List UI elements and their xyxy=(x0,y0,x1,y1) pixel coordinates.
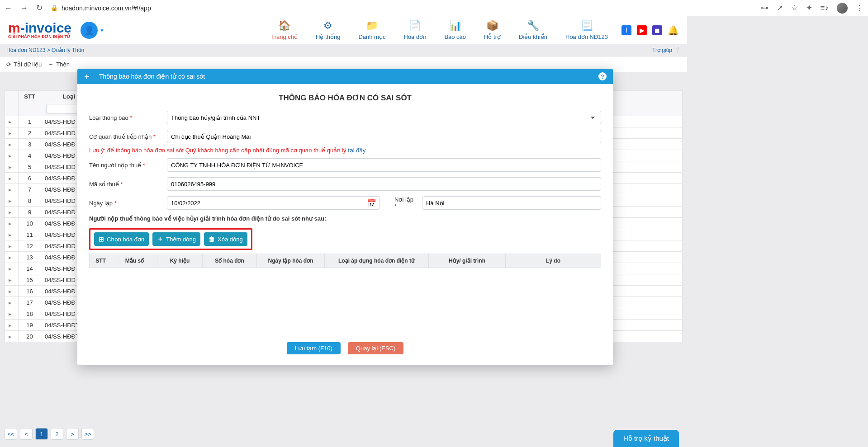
chon-label: Chọn hóa đơn xyxy=(107,236,144,243)
readlist-icon[interactable]: ≡♪ xyxy=(821,4,829,13)
cell-stt: 18 xyxy=(19,308,41,320)
cell-stt: 4 xyxy=(19,150,41,161)
expand-icon[interactable]: ▸ xyxy=(5,161,19,173)
save-button[interactable]: Lưu tạm (F10) xyxy=(287,342,341,354)
nav-support-label: Hỗ trợ xyxy=(484,33,501,40)
expand-icon[interactable]: ▸ xyxy=(5,127,19,139)
expand-icon[interactable]: ▸ xyxy=(5,240,19,252)
nav-system[interactable]: ⚙Hệ thống xyxy=(316,20,340,40)
delete-row-button[interactable]: 🗑Xóa dòng xyxy=(204,232,247,246)
expand-icon[interactable]: ▸ xyxy=(5,263,19,274)
more-icon[interactable]: ⋮ xyxy=(856,3,863,13)
nav-catalog[interactable]: 📁Danh mục xyxy=(358,20,385,40)
extension-icon[interactable]: ✦ xyxy=(806,3,812,13)
note-link[interactable]: tại đây xyxy=(348,147,365,154)
expand-icon[interactable]: ▸ xyxy=(5,252,19,263)
expand-icon[interactable]: ▸ xyxy=(5,274,19,286)
back-button[interactable]: Quay lại (ESC) xyxy=(348,342,403,354)
select-invoice-button[interactable]: ⊞Chọn hóa đơn xyxy=(94,232,149,246)
plus-icon: ＋ xyxy=(83,71,91,82)
nav-report[interactable]: 📊Báo cáo xyxy=(444,20,466,40)
expand-icon[interactable]: ▸ xyxy=(5,195,19,207)
input-ten[interactable] xyxy=(167,158,601,172)
cell-stt: 1 xyxy=(19,116,41,127)
expand-icon[interactable]: ▸ xyxy=(5,173,19,184)
nav-control[interactable]: 🔧Điều khiển xyxy=(519,20,547,40)
cell-stt: 10 xyxy=(19,218,41,229)
expand-icon[interactable]: ▸ xyxy=(5,331,19,342)
star-icon[interactable]: ☆ xyxy=(791,3,798,13)
expand-icon[interactable]: ▸ xyxy=(5,150,19,161)
calendar-icon[interactable]: 📅 xyxy=(367,199,376,207)
support-button[interactable]: Hỗ trợ kỹ thuật xyxy=(613,430,679,447)
cell-stt: 9 xyxy=(19,207,41,218)
folder-icon: 📁 xyxy=(366,20,378,32)
page-2[interactable]: 2 xyxy=(51,428,63,440)
plus-icon: ＋ xyxy=(48,60,54,68)
nav-forward-icon[interactable]: → xyxy=(20,4,28,13)
plus-icon: ＋ xyxy=(157,235,163,243)
expand-icon[interactable]: ▸ xyxy=(5,184,19,195)
input-mst[interactable] xyxy=(167,177,601,191)
input-noilap[interactable] xyxy=(422,196,601,210)
expand-icon[interactable]: ▸ xyxy=(5,308,19,320)
expand-icon[interactable]: ▸ xyxy=(5,320,19,331)
youtube-icon[interactable]: ▶ xyxy=(637,25,647,35)
inner-col-loai: Loại áp dụng hóa đơn điện tử xyxy=(325,254,429,268)
expand-icon[interactable]: ▸ xyxy=(5,116,19,127)
input-coquan[interactable] xyxy=(167,130,601,143)
page-1[interactable]: 1 xyxy=(35,428,48,440)
app-logo[interactable]: m-invoice GIẢI PHÁP HÓA ĐƠN ĐIỆN TỬ xyxy=(8,21,71,39)
page-last[interactable]: >> xyxy=(81,428,94,440)
nav-report-label: Báo cáo xyxy=(444,33,466,40)
expand-icon[interactable]: ▸ xyxy=(5,286,19,297)
cell-stt: 14 xyxy=(19,263,41,274)
nav-invoice[interactable]: 📄Hóa đơn xyxy=(403,20,426,40)
expand-icon[interactable]: ▸ xyxy=(5,207,19,218)
label-coquan: Cơ quan thuế tiếp nhận xyxy=(89,133,167,140)
share-icon[interactable]: ↗ xyxy=(777,3,783,13)
expand-icon[interactable]: ▸ xyxy=(5,218,19,229)
chart-icon: 📊 xyxy=(449,20,461,32)
cell-stt: 6 xyxy=(19,173,41,184)
add-row-button[interactable]: ＋Thêm dòng xyxy=(152,232,200,246)
profile-avatar[interactable] xyxy=(837,3,848,14)
breadcrumb-1[interactable]: Hóa đơn NĐ123 xyxy=(6,47,45,53)
nav-support[interactable]: 📦Hỗ trợ xyxy=(484,20,501,40)
app-icon[interactable]: ◼ xyxy=(652,25,662,35)
inner-col-huy: Hủy/ giải trình xyxy=(429,254,506,268)
doc-icon: 📃 xyxy=(581,20,593,32)
page-next[interactable]: > xyxy=(66,428,79,440)
modal-help-icon[interactable]: ? xyxy=(598,71,607,81)
page-prev[interactable]: < xyxy=(20,428,33,440)
input-ngaylap[interactable] xyxy=(167,196,380,210)
url-bar[interactable]: 🔒 hoadon.minvoice.com.vn/#!/app xyxy=(47,5,756,12)
nav-home[interactable]: 🏠Trang chủ xyxy=(271,20,298,40)
label-mst: Mã số thuế xyxy=(89,181,167,188)
browser-actions: ⊶ ↗ ☆ ✦ ≡♪ ⋮ xyxy=(761,3,863,14)
cell-stt: 19 xyxy=(19,320,41,331)
inner-col-kyhieu: Ký hiệu xyxy=(157,254,203,268)
caret-down-icon: ▼ xyxy=(100,28,104,33)
nav-back-icon[interactable]: ← xyxy=(5,4,12,13)
add-button[interactable]: ＋Thên xyxy=(48,60,70,68)
reload-data-button[interactable]: ⟳Tải dữ liệu xyxy=(6,61,42,68)
sub-heading: Người nộp thuế thông báo về việc hủy/ gi… xyxy=(89,215,601,222)
key-icon[interactable]: ⊶ xyxy=(761,3,768,13)
box-icon: 📦 xyxy=(486,20,498,32)
user-menu-button[interactable]: 👤 xyxy=(81,22,98,39)
logo-sub: GIẢI PHÁP HÓA ĐƠN ĐIỆN TỬ xyxy=(8,35,71,39)
nav-nd123[interactable]: 📃Hóa đơn NĐ123 xyxy=(565,20,608,40)
breadcrumb-2[interactable]: Quản lý Thôn xyxy=(52,47,84,53)
help-link[interactable]: Trợ giúp ❔ xyxy=(652,47,681,53)
expand-icon[interactable]: ▸ xyxy=(5,297,19,308)
expand-icon[interactable]: ▸ xyxy=(5,139,19,150)
modal-body: THÔNG BÁO HÓA ĐƠN CÓ SAI SÓT Loại thông … xyxy=(77,84,613,365)
page-first[interactable]: << xyxy=(5,428,17,440)
expand-icon[interactable]: ▸ xyxy=(5,229,19,240)
col-stt[interactable]: STT xyxy=(19,91,41,102)
nav-reload-icon[interactable]: ↻ xyxy=(36,3,43,13)
select-loai-tb[interactable]: Thông báo hủy/giải trình của NNT xyxy=(167,111,601,124)
bell-icon[interactable]: 🔔 xyxy=(668,25,679,36)
facebook-icon[interactable]: f xyxy=(621,25,631,35)
